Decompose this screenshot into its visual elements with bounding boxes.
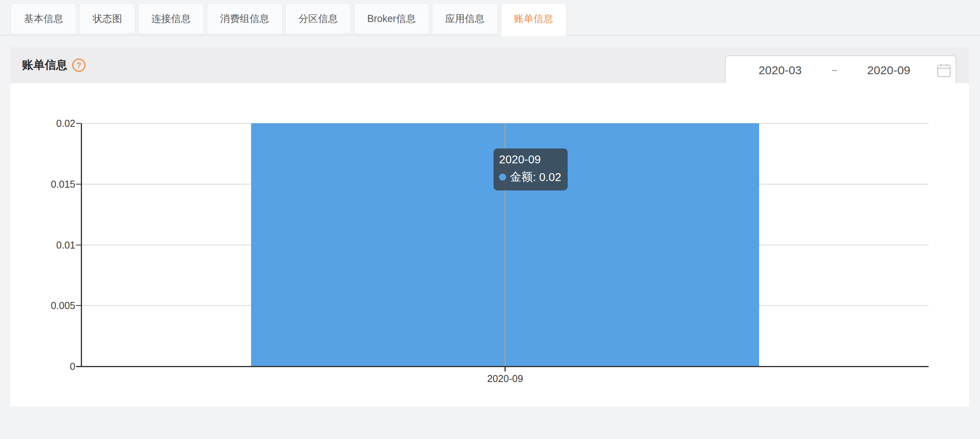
x-axis-line xyxy=(76,366,929,367)
calendar-icon xyxy=(936,62,952,78)
x-axis-label: 2020-09 xyxy=(466,373,545,384)
tab-item-8[interactable]: 账单信息 xyxy=(501,3,567,36)
x-axis-tick xyxy=(505,367,506,371)
tab-item-1[interactable]: 基本信息 xyxy=(11,3,77,34)
billing-panel: 账单信息 ? 2020-03 ~ 2020-09 2020-09 金额: xyxy=(10,47,969,406)
y-axis-label: 0.015 xyxy=(16,179,75,190)
tooltip-series-label: 金额 xyxy=(510,169,533,185)
tooltip-title: 2020-09 xyxy=(499,153,561,166)
tooltip-value: 0.02 xyxy=(539,171,561,184)
y-axis-tick xyxy=(76,245,81,245)
range-separator: ~ xyxy=(823,64,846,77)
tab-item-6[interactable]: Broker信息 xyxy=(354,3,429,34)
tab-item-2[interactable]: 状态图 xyxy=(79,3,135,34)
tab-item-4[interactable]: 消费组信息 xyxy=(207,3,282,34)
y-axis-tick xyxy=(76,305,81,306)
y-axis-label: 0 xyxy=(16,361,75,372)
y-axis-tick xyxy=(76,123,81,124)
date-range-picker[interactable]: 2020-03 ~ 2020-09 xyxy=(725,55,956,85)
tab-item-3[interactable]: 连接信息 xyxy=(138,3,204,34)
y-axis-line xyxy=(81,123,82,367)
range-end-value[interactable]: 2020-09 xyxy=(846,64,931,77)
panel-header: 账单信息 ? 2020-03 ~ 2020-09 xyxy=(10,47,969,83)
y-axis-label: 0.005 xyxy=(16,300,75,311)
y-axis-label: 0.01 xyxy=(16,240,75,251)
tooltip-separator: : xyxy=(533,171,539,184)
chart-tooltip: 2020-09 金额: 0.02 xyxy=(494,148,568,190)
page: 基本信息状态图连接信息消费组信息分区信息Broker信息应用信息账单信息 账单信… xyxy=(0,0,980,439)
range-start-value[interactable]: 2020-03 xyxy=(738,64,823,77)
y-axis-label: 0.02 xyxy=(16,118,75,129)
series-dot-icon xyxy=(499,174,506,181)
question-circle-icon[interactable]: ? xyxy=(72,59,86,72)
tab-item-7[interactable]: 应用信息 xyxy=(432,3,498,34)
tab-bar: 基本信息状态图连接信息消费组信息分区信息Broker信息应用信息账单信息 xyxy=(0,3,980,36)
y-axis-tick xyxy=(76,184,81,185)
tab-item-5[interactable]: 分区信息 xyxy=(285,3,351,34)
chart-plot: 2020-09 金额: 0.02 00.0050.010.0150.022020… xyxy=(10,83,969,406)
panel-title: 账单信息 xyxy=(22,57,67,73)
tooltip-row: 金额: 0.02 xyxy=(499,169,561,185)
